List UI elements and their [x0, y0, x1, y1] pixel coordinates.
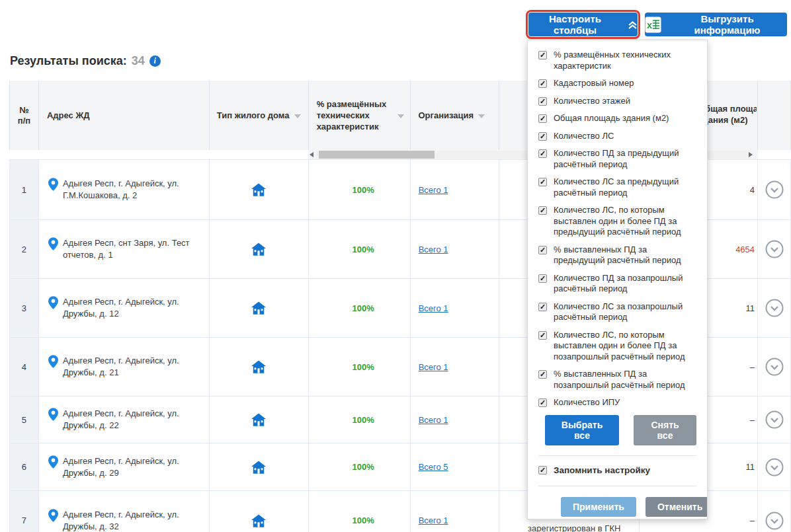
address-text: Адыгея Респ, г. Адыгейск, ул. Дружбы, д.…	[63, 455, 214, 479]
export-label: Выгрузить информацию	[667, 13, 787, 36]
column-checkbox-item[interactable]: ✓% выставленных ПД за позапрошлый расчёт…	[538, 369, 696, 391]
address-cell: Адыгея Респ, г. Адыгейск, ул. Дружбы, д.…	[39, 443, 210, 490]
divider	[538, 486, 696, 486]
tech-percent-cell: 100%	[309, 220, 411, 278]
checkbox-icon[interactable]: ✓	[538, 178, 547, 186]
expand-row-button[interactable]	[765, 358, 784, 376]
header-organization[interactable]: Организация	[411, 81, 500, 150]
house-icon[interactable]	[251, 243, 266, 256]
checkbox-icon[interactable]: ✓	[538, 303, 547, 311]
house-icon[interactable]	[251, 301, 266, 315]
header-num: № п/п	[10, 81, 39, 150]
organization-link[interactable]: Всего 5	[419, 462, 448, 472]
column-checkbox-item[interactable]: ✓Количество ЛС за предыдущий расчётный п…	[538, 176, 696, 198]
sort-arrow-icon[interactable]	[397, 114, 404, 118]
column-checkbox-item[interactable]: ✓Количество ЛС, по которым выставлен оди…	[538, 205, 696, 238]
address-text: Адыгея Респ, г. Адыгейск, ул. Дружбы, д.…	[63, 355, 214, 379]
address-text: Адыгея Респ, г. Адыгейск, ул. Г.М.Кошако…	[63, 178, 214, 202]
column-checkbox-item[interactable]: ✓Количество этажей	[538, 96, 696, 107]
clear-all-button[interactable]: Снять все	[634, 415, 696, 445]
column-checkbox-item[interactable]: ✓Количество ЛС, по которым выставлен оди…	[538, 330, 696, 363]
header-house-type[interactable]: Тип жилого дома	[210, 81, 309, 150]
expand-row-icon	[765, 410, 784, 429]
page: Настроить столбцы x Выгрузить информацию…	[0, 0, 791, 532]
house-icon[interactable]	[251, 413, 266, 426]
checkbox-icon[interactable]: ✓	[538, 206, 547, 215]
checkbox-icon[interactable]: ✓	[538, 97, 547, 106]
checkbox-icon[interactable]: ✓	[538, 114, 547, 123]
map-pin-icon[interactable]	[48, 355, 58, 368]
checkbox-icon[interactable]: ✓	[538, 331, 547, 340]
checkbox-icon[interactable]: ✓	[538, 399, 547, 407]
organization-link[interactable]: Всего 1	[419, 303, 448, 313]
organization-link[interactable]: Всего 1	[419, 185, 448, 195]
house-icon[interactable]	[251, 461, 266, 474]
checkbox-icon[interactable]: ✓	[538, 370, 547, 379]
map-pin-icon[interactable]	[48, 509, 58, 522]
expand-row-icon	[765, 240, 784, 258]
column-checkbox-item[interactable]: ✓Количество ИПУ	[538, 397, 696, 408]
cancel-button[interactable]: Отменить	[645, 497, 708, 517]
column-checkbox-list: ✓% размещённых технических характеристик…	[538, 50, 696, 408]
column-checkbox-item[interactable]: ✓Количество ЛС за позапрошлый расчётный …	[538, 301, 696, 323]
apply-button[interactable]: Применить	[561, 497, 636, 517]
map-pin-icon[interactable]	[48, 455, 58, 469]
scroll-right-arrow[interactable]	[749, 152, 753, 157]
checkbox-icon[interactable]: ✓	[538, 132, 547, 141]
organization-cell: Всего 1	[411, 338, 500, 396]
select-all-button[interactable]: Выбрать все	[545, 415, 619, 445]
house-icon[interactable]	[251, 360, 266, 373]
sort-arrow-icon[interactable]	[478, 114, 485, 118]
address-cell: Адыгея Респ, г. Адыгейск, ул. Дружбы, д.…	[39, 338, 210, 396]
checkbox-icon[interactable]: ✓	[538, 466, 547, 475]
tech-percent-cell: 100%	[309, 397, 411, 443]
checkbox-icon[interactable]: ✓	[538, 51, 547, 59]
house-icon[interactable]	[251, 183, 266, 196]
row-partial-note: зарегистрирован в ГКН	[528, 523, 620, 532]
expand-row-button[interactable]	[765, 240, 784, 258]
expand-row-button[interactable]	[765, 458, 784, 476]
export-information-button[interactable]: x Выгрузить информацию	[645, 13, 787, 36]
map-pin-icon[interactable]	[48, 178, 58, 191]
column-checkbox-item[interactable]: ✓Количество ПД за позапрошлый расчётный …	[538, 273, 696, 295]
organization-cell: Всего 1	[411, 397, 500, 443]
column-checkbox-item[interactable]: ✓Количество ЛС	[538, 131, 696, 142]
remember-settings-checkbox[interactable]: ✓ Запомнить настройку	[538, 465, 696, 476]
column-checkbox-item[interactable]: ✓% выставленных ПД за предыдущий расчётн…	[538, 245, 696, 266]
actions-cell	[758, 443, 791, 490]
organization-link[interactable]: Всего 1	[419, 245, 448, 254]
checkbox-icon[interactable]: ✓	[538, 274, 547, 283]
header-tech-percent[interactable]: % размещённых технических характеристик	[309, 81, 411, 150]
scroll-left-arrow[interactable]	[310, 152, 313, 157]
sort-arrow-icon[interactable]	[294, 114, 301, 118]
tech-percent-cell: 100%	[309, 279, 411, 337]
tech-percent-cell: 100%	[309, 443, 411, 490]
actions-cell	[758, 279, 791, 337]
expand-row-button[interactable]	[765, 410, 784, 429]
map-pin-icon[interactable]	[48, 408, 58, 421]
checkbox-icon[interactable]: ✓	[538, 79, 547, 88]
actions-cell	[758, 338, 791, 396]
column-checkbox-item[interactable]: ✓% размещённых технических характеристик	[538, 50, 696, 71]
organization-cell: Всего 1	[411, 279, 500, 337]
checkbox-icon[interactable]: ✓	[538, 149, 547, 158]
results-summary: Результаты поиска: 34 i	[10, 54, 161, 68]
organization-link[interactable]: Всего 1	[419, 362, 448, 372]
actions-cell	[758, 160, 791, 219]
column-checkbox-item[interactable]: ✓Количество ПД за предыдущий расчётный п…	[538, 148, 696, 170]
expand-row-button[interactable]	[765, 180, 784, 199]
map-pin-icon[interactable]	[48, 296, 58, 309]
expand-row-button[interactable]	[765, 299, 784, 317]
expand-row-button[interactable]	[765, 512, 784, 530]
map-pin-icon[interactable]	[48, 237, 58, 250]
organization-link[interactable]: Всего 1	[419, 515, 448, 525]
checkbox-icon[interactable]: ✓	[538, 246, 547, 254]
organization-cell: Всего 1	[411, 220, 500, 278]
info-icon[interactable]: i	[149, 56, 161, 67]
configure-columns-button[interactable]: Настроить столбцы	[528, 13, 638, 36]
column-checkbox-item[interactable]: ✓Кадастровый номер	[538, 78, 696, 89]
column-checkbox-item[interactable]: ✓Общая площадь здания (м2)	[538, 113, 696, 124]
organization-link[interactable]: Всего 1	[419, 415, 448, 425]
scrollbar-thumb[interactable]	[319, 151, 435, 159]
house-icon[interactable]	[251, 514, 266, 527]
